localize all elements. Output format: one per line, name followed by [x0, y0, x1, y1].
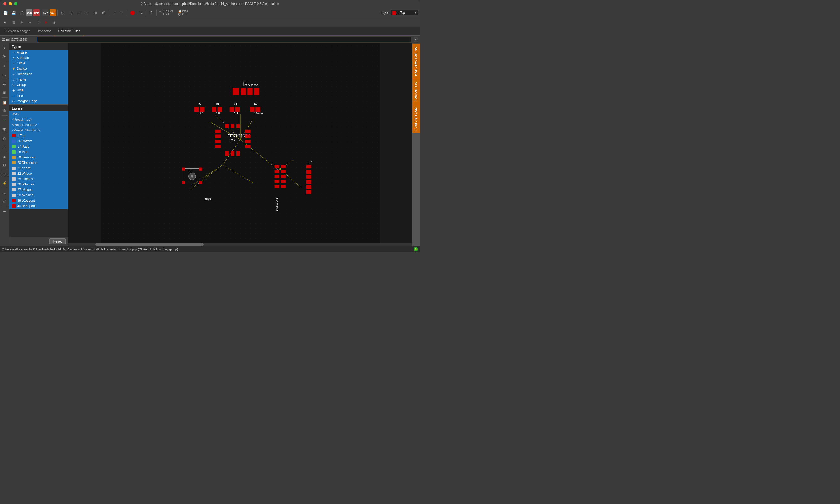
delete-lt-btn[interactable]: 🗑 [1, 107, 8, 114]
type-item-device[interactable]: ⚡ Device [9, 66, 68, 71]
type-item-polygon-edge[interactable]: ▷ Polygon Edge [9, 98, 68, 104]
zoom-area-button[interactable]: ⊟ [83, 9, 91, 17]
select-net-btn[interactable]: ⊕ [18, 19, 25, 26]
type-item-group[interactable]: G Group [9, 82, 68, 88]
type-item-hole[interactable]: ◉ Hole [9, 88, 68, 93]
select-lt-btn[interactable]: ↖ [1, 62, 8, 70]
coord-dropdown[interactable]: ▼ [414, 36, 418, 42]
svg-rect-65 [275, 180, 279, 183]
svg-rect-22 [194, 107, 199, 112]
file-save-button[interactable]: 💾 [10, 9, 17, 17]
type-item-dimension[interactable]: ↔ Dimension [9, 71, 68, 77]
hscroll-thumb[interactable] [95, 243, 204, 246]
help-button[interactable]: ? [147, 9, 155, 17]
polygon-lt-btn[interactable]: ⬡ [1, 135, 8, 143]
route-lt-btn[interactable]: ~ [1, 117, 8, 124]
layer-item-39[interactable]: 39 tKeepout [9, 198, 68, 203]
refresh-button[interactable]: ↺ [100, 9, 107, 17]
brd-button[interactable]: BRD [33, 10, 39, 16]
svg-rect-49 [231, 151, 234, 156]
preset-bottom[interactable]: <Preset_Bottom> [9, 122, 68, 128]
drc-lt-btn[interactable]: DRC [1, 171, 8, 179]
copy-lt-btn[interactable]: 📋 [1, 99, 8, 106]
layer-item-16[interactable]: 16 Bottom [9, 139, 68, 144]
zoom-in-button[interactable]: ⊕ [59, 9, 67, 17]
undo-button[interactable]: ← [110, 9, 118, 17]
preset-all[interactable]: <All> [9, 111, 68, 117]
maximize-dot[interactable] [14, 2, 17, 5]
select-mode-btn[interactable]: ◎ [50, 19, 58, 26]
layers-title: Layers [9, 105, 68, 111]
pad-lt-btn[interactable]: ⊕ [1, 153, 8, 161]
ulp-button[interactable]: ULP [50, 10, 56, 16]
sch-button[interactable]: SCH [26, 10, 33, 16]
type-item-line[interactable]: — Line [9, 93, 68, 98]
group-lt-btn[interactable]: ▣ [1, 89, 8, 96]
select-btn[interactable]: ↖ [2, 19, 9, 26]
zoom-fit-button[interactable]: ⊡ [75, 9, 83, 17]
lt-sep5 [2, 133, 7, 134]
zoom-sel-button[interactable]: ⊞ [91, 9, 99, 17]
ripup-lt-btn[interactable]: ↺ [1, 197, 8, 205]
pcb-quote-button[interactable]: 📋 PCB QUOTE [175, 9, 191, 17]
layer-item-26[interactable]: 26 bNames [9, 182, 68, 187]
coord-input[interactable] [37, 36, 412, 42]
stop-button[interactable]: ⬤ [129, 9, 136, 17]
redo-button[interactable]: → [118, 9, 126, 17]
via-lt-btn[interactable]: ◉ [1, 125, 8, 132]
canvas-area[interactable]: U$1 LEDFAB1206 R3 10K R1 [68, 43, 413, 246]
autoroute-lt-btn[interactable]: ⚡ [1, 179, 8, 187]
layer-item-27[interactable]: 27 tValues [9, 187, 68, 193]
text-lt-btn[interactable]: A [1, 143, 8, 150]
layer-item-19[interactable]: 19 Unrouted [9, 155, 68, 160]
layer-item-1[interactable]: 1 Top [9, 133, 68, 139]
layer-item-18[interactable]: 18 Vias [9, 149, 68, 155]
move-lt-btn[interactable]: △ [1, 71, 8, 78]
info-btn[interactable]: ℹ [1, 44, 8, 52]
undo-lt-btn[interactable]: ↩ [1, 80, 8, 88]
zoom-out-button[interactable]: ⊖ [67, 9, 75, 17]
canvas-hscroll[interactable] [68, 243, 413, 246]
type-item-airwire[interactable]: ~ Airwire [9, 50, 68, 55]
select-connected-btn[interactable]: ↔ [26, 19, 34, 26]
type-item-frame[interactable]: □ Frame [9, 77, 68, 82]
fusion360-tab[interactable]: FUSION 360 [413, 79, 420, 104]
layer-item-40[interactable]: 40 bKeepout [9, 203, 68, 209]
minimize-dot[interactable] [8, 2, 12, 5]
select-box-btn[interactable]: ⬚ [34, 19, 42, 26]
svg-rect-48 [225, 151, 229, 156]
scr-button[interactable]: SCR [42, 10, 49, 16]
select-all-btn[interactable]: ▦ [10, 19, 17, 26]
manufacturing-tab[interactable]: MANUFACTURING [413, 43, 420, 79]
reset-button[interactable]: Reset [49, 238, 66, 245]
type-item-circle[interactable]: ○ Circle [9, 60, 68, 66]
lt-sep8 [2, 188, 7, 188]
more-lt-btn[interactable]: ⋯ [1, 208, 8, 215]
layer-item-21[interactable]: 21 tPlace [9, 165, 68, 171]
layer-item-20[interactable]: 20 Dimension [9, 160, 68, 165]
smd-lt-btn[interactable]: ⊡ [1, 161, 8, 169]
file-print-button[interactable]: 🖨 [18, 9, 25, 17]
svg-rect-73 [307, 165, 312, 168]
design-link-button[interactable]: ✏ DESIGN LINK [158, 9, 174, 17]
tab-inspector[interactable]: Inspector [34, 27, 54, 35]
preset-standard[interactable]: <Preset_Standard> [9, 128, 68, 133]
type-item-attribute[interactable]: A Attribute [9, 55, 68, 60]
preset-top[interactable]: <Preset_Top> [9, 117, 68, 122]
layer-item-25[interactable]: 25 tNames [9, 176, 68, 182]
tab-selection-filter[interactable]: Selection Filter [54, 27, 83, 35]
layer-select-wrap[interactable]: 1 Top ▼ [391, 10, 418, 15]
circle-btn[interactable]: ○ [137, 9, 144, 17]
fusion-team-tab[interactable]: FUSION TEAM [413, 104, 420, 133]
tab-design-manager[interactable]: Design Manager [2, 27, 34, 35]
file-new-button[interactable]: 📄 [2, 9, 9, 17]
svg-rect-35 [256, 107, 260, 112]
eye-btn[interactable]: 👁 [1, 52, 8, 60]
close-dot[interactable] [3, 2, 6, 5]
layer-item-22[interactable]: 22 bPlace [9, 171, 68, 176]
svg-rect-30 [230, 107, 234, 112]
dimension-lt-btn[interactable]: ↔ [1, 189, 8, 197]
deselect-btn[interactable]: ✕ [42, 19, 50, 26]
layer-item-28[interactable]: 28 bValues [9, 193, 68, 198]
layer-item-17[interactable]: 17 Pads [9, 144, 68, 149]
